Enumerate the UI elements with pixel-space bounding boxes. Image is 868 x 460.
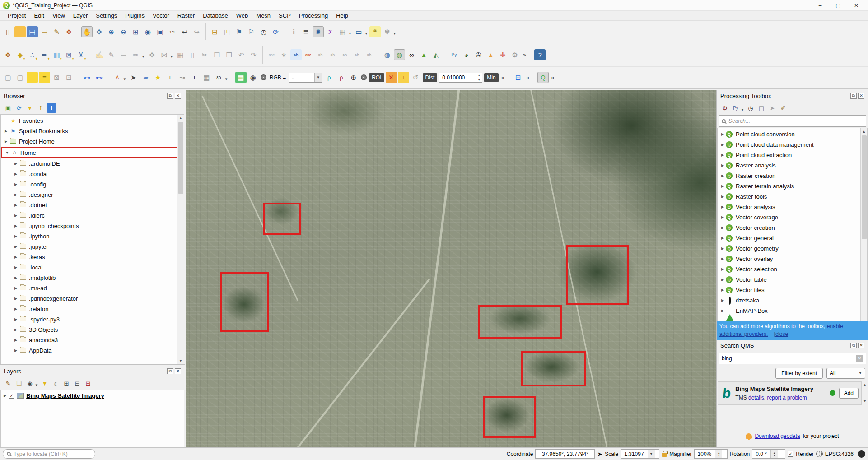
image-annotation-icon[interactable]: ▦ bbox=[201, 72, 212, 83]
browser-item-anaconda3[interactable]: ▶anaconda3 bbox=[1, 335, 184, 345]
crs-value[interactable]: EPSG:4326 bbox=[825, 451, 854, 457]
chevron-down-icon[interactable]: ▼ bbox=[348, 32, 352, 36]
expander-icon[interactable]: ▶ bbox=[3, 129, 9, 133]
temporal-controller-icon[interactable]: ◷ bbox=[258, 26, 269, 37]
qms-close-button[interactable]: ✕ bbox=[858, 343, 864, 348]
processing-group-vector-coverage[interactable]: ▶QVector coverage bbox=[718, 212, 867, 223]
expander-icon[interactable]: ▶ bbox=[13, 317, 19, 321]
new-3d-map-view-icon[interactable]: ◳ bbox=[221, 26, 233, 37]
python-console-icon[interactable]: Py bbox=[448, 49, 460, 60]
processing-models-icon[interactable]: ⚙ bbox=[720, 103, 730, 113]
qms-search-input[interactable]: bing ✕ bbox=[719, 353, 866, 364]
browser-item-spatial-bookmarks[interactable]: ▶⚑Spatial Bookmarks bbox=[1, 126, 184, 136]
expander-icon[interactable]: ▶ bbox=[13, 276, 19, 280]
filter-browser-icon[interactable]: ▼ bbox=[25, 103, 35, 113]
expander-icon[interactable]: ▶ bbox=[13, 193, 19, 197]
new-temporary-scratch-layer-icon[interactable]: ▥✦ bbox=[51, 49, 62, 60]
statistical-summary-icon[interactable]: ≣ bbox=[300, 26, 312, 37]
expander-icon[interactable]: ▶ bbox=[13, 286, 19, 290]
topology-segment-b-icon[interactable]: ⊷ bbox=[93, 72, 105, 83]
refresh-map-icon[interactable]: ⟳ bbox=[270, 26, 281, 37]
sum-features-icon[interactable]: Σ bbox=[325, 26, 336, 37]
refresh-browser-icon[interactable]: ⟳ bbox=[14, 103, 24, 113]
zoom-to-selection-icon[interactable]: ◉ bbox=[142, 26, 154, 37]
extent-pointer-icon[interactable]: ➤ bbox=[597, 451, 602, 458]
text-annotation-icon[interactable]: A bbox=[112, 72, 123, 83]
filter-by-extent-button[interactable]: Filter by extent bbox=[775, 368, 823, 379]
scroll-up-icon[interactable]: ▲ bbox=[179, 115, 182, 121]
processing-group-vector-selection[interactable]: ▶QVector selection bbox=[718, 264, 867, 274]
scp-dock-toggle-icon[interactable]: ⊟ bbox=[513, 72, 524, 83]
layers-float-button[interactable]: ⧉ bbox=[167, 368, 173, 374]
menu-scp[interactable]: SCP bbox=[275, 11, 295, 20]
processing-search[interactable]: Search... bbox=[719, 115, 866, 127]
messages-icon[interactable] bbox=[858, 450, 865, 458]
map-tips-icon[interactable]: ❝ bbox=[369, 26, 381, 37]
browser-item-3d-objects[interactable]: ▶3D Objects bbox=[1, 325, 184, 335]
chevron-down-icon[interactable]: ▼ bbox=[224, 77, 228, 81]
expander-icon[interactable]: ▶ bbox=[13, 214, 19, 218]
add-service-button[interactable]: Add bbox=[839, 388, 859, 399]
browser-scrollbar[interactable]: ▲ ▼ bbox=[177, 115, 184, 364]
menu-layer[interactable]: Layer bbox=[69, 11, 92, 20]
zoom-out-icon[interactable]: ⊖ bbox=[118, 26, 129, 37]
expander-icon[interactable]: ▶ bbox=[719, 215, 726, 219]
new-virtual-layer-icon[interactable]: ⊠✦ bbox=[63, 49, 75, 60]
scroll-up-icon[interactable]: ▲ bbox=[863, 382, 867, 388]
expander-icon[interactable]: ▶ bbox=[719, 195, 726, 199]
processing-group-vector-overlay[interactable]: ▶QVector overlay bbox=[718, 254, 867, 264]
chevron-down-icon[interactable]: ▼ bbox=[35, 383, 38, 387]
menu-database[interactable]: Database bbox=[199, 11, 232, 20]
layer-checkbox[interactable]: ✓ bbox=[9, 393, 14, 399]
close-notification-link[interactable]: [close] bbox=[774, 331, 790, 337]
open-layer-styling-icon[interactable]: ✎ bbox=[3, 378, 13, 388]
chevron-down-icon[interactable]: ▼ bbox=[170, 55, 173, 59]
select-by-rectangle-icon[interactable] bbox=[27, 72, 38, 83]
expander-icon[interactable]: ▶ bbox=[13, 265, 19, 269]
expander-icon[interactable]: ▶ bbox=[13, 307, 19, 311]
topology-segment-a-icon[interactable]: ⊶ bbox=[81, 72, 93, 83]
scroll-down-icon[interactable]: ▼ bbox=[863, 398, 867, 404]
browser-properties-icon[interactable]: ℹ bbox=[47, 103, 56, 113]
results-scrollbar[interactable]: ▲ ▼ bbox=[862, 382, 868, 404]
browser-item-pdfindexgenerator[interactable]: ▶.pdfindexgenerator bbox=[1, 293, 184, 304]
browser-item-ipynb-checkpoints[interactable]: ▶.ipynb_checkpoints bbox=[1, 221, 184, 231]
browser-item-project-home[interactable]: ▶Project Home bbox=[1, 136, 184, 147]
expand-all-layers-icon[interactable]: ⊞ bbox=[61, 378, 71, 388]
menu-mesh[interactable]: Mesh bbox=[252, 11, 275, 20]
menu-plugins[interactable]: Plugins bbox=[121, 11, 149, 20]
qms-search-tool-icon[interactable]: Q bbox=[537, 72, 549, 83]
expander-icon[interactable]: ▶ bbox=[13, 172, 19, 176]
open-project-icon[interactable] bbox=[14, 26, 26, 37]
expander-icon[interactable]: ▶ bbox=[719, 132, 726, 136]
magnifier-spinbox[interactable]: 100% ▲▼ bbox=[694, 449, 728, 459]
manage-map-themes-icon[interactable]: ◉ bbox=[25, 378, 35, 388]
scp-add-roi-icon[interactable]: + bbox=[398, 72, 409, 83]
expander-icon[interactable]: ▶ bbox=[719, 153, 726, 157]
new-shapefile-layer-icon[interactable]: ✒✦ bbox=[39, 49, 50, 60]
expander-icon[interactable]: ▶ bbox=[13, 338, 19, 342]
zoom-in-icon[interactable]: ⊕ bbox=[106, 26, 117, 37]
new-map-view-icon[interactable]: ⊟ bbox=[209, 26, 220, 37]
scp-rgb-radio-icon[interactable] bbox=[261, 74, 266, 80]
clear-search-icon[interactable]: ✕ bbox=[856, 355, 863, 362]
binoculars-icon[interactable]: ∞ bbox=[406, 49, 417, 60]
processing-group-vector-tiles[interactable]: ▶QVector tiles bbox=[718, 285, 867, 295]
zoom-to-layer-icon[interactable]: ▣ bbox=[154, 26, 166, 37]
layer-name[interactable]: Bing Maps Satellite Imagery bbox=[26, 392, 104, 399]
browser-item-jupyter[interactable]: ▶.jupyter bbox=[1, 242, 184, 252]
download-geodata-link[interactable]: Download geodata bbox=[755, 433, 800, 439]
processing-group-enmap-box[interactable]: ▶EnMAP-Box bbox=[718, 306, 867, 316]
gps-crosshair-icon[interactable]: ✛ bbox=[497, 49, 509, 60]
sample-tool-icon[interactable]: ✇ bbox=[473, 49, 484, 60]
expander-icon[interactable]: ▶ bbox=[719, 236, 726, 240]
collapse-all-layers-icon[interactable]: ⊟ bbox=[72, 378, 82, 388]
browser-item-appdata[interactable]: ▶AppData bbox=[1, 345, 184, 356]
scp-rgb-preview-icon[interactable]: ◉ bbox=[247, 72, 259, 83]
qms-quick-search-icon[interactable]: ◕ bbox=[461, 49, 472, 60]
scp-zoom-roi-icon[interactable]: ⊕ bbox=[348, 72, 359, 83]
processing-group-vector-geometry[interactable]: ▶QVector geometry bbox=[718, 243, 867, 254]
expander-icon[interactable]: ▶ bbox=[13, 348, 19, 353]
browser-item-arduinoide[interactable]: ▶.arduinoIDE bbox=[1, 158, 184, 169]
processing-group-vector-creation[interactable]: ▶QVector creation bbox=[718, 223, 867, 233]
